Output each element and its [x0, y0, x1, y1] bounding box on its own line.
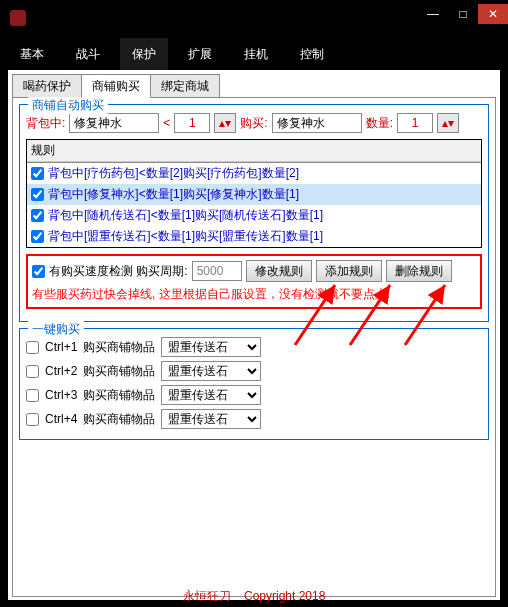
rule-checkbox[interactable]: [31, 188, 44, 201]
rules-list: 背包中[疗伤药包]<数量[2]购买[疗伤药包]数量[2] 背包中[修复神水]<数…: [27, 162, 481, 247]
speed-warning: 有些服买药过快会掉线, 这里根据自己服设置，没有检测就不要点上.: [32, 286, 476, 303]
close-button[interactable]: ✕: [478, 4, 508, 24]
lt-label: <: [163, 116, 170, 130]
tab-extend[interactable]: 扩展: [176, 38, 224, 70]
footer-brand: 永恒狂刀: [183, 589, 231, 603]
hotkey-key: Ctrl+3: [45, 388, 77, 402]
add-rule-button[interactable]: 添加规则: [316, 260, 382, 282]
rule-checkbox[interactable]: [31, 167, 44, 180]
hotkey-key: Ctrl+2: [45, 364, 77, 378]
bag-label: 背包中:: [26, 115, 65, 132]
main-tab-bar: 基本 战斗 保护 扩展 挂机 控制: [0, 38, 508, 70]
tab-control[interactable]: 控制: [288, 38, 336, 70]
lt-value-input[interactable]: [174, 113, 210, 133]
subtab-bound[interactable]: 绑定商城: [150, 74, 220, 98]
rule-text: 背包中[疗伤药包]<数量[2]购买[疗伤药包]数量[2]: [48, 165, 299, 182]
content-panel: 喝药保护 商铺购买 绑定商城 商铺自动购买 背包中: < ▴▾ 购买: 数量: …: [8, 70, 500, 600]
buy-label: 购买:: [240, 115, 267, 132]
tab-hang[interactable]: 挂机: [232, 38, 280, 70]
hotkey-text: 购买商铺物品: [83, 387, 155, 404]
rule-text: 背包中[修复神水]<数量[1]购买[修复神水]数量[1]: [48, 186, 299, 203]
hotkey-legend: 一键购买: [28, 321, 84, 338]
rule-checkbox[interactable]: [31, 209, 44, 222]
speed-check[interactable]: [32, 265, 45, 278]
tab-combat[interactable]: 战斗: [64, 38, 112, 70]
app-icon: [10, 10, 26, 26]
footer-copyright: Copyright 2018: [244, 589, 325, 603]
bag-item-input[interactable]: [69, 113, 159, 133]
speed-box: 有购买速度检测 购买周期: 修改规则 添加规则 删除规则 有些服买药过快会掉线,…: [26, 254, 482, 309]
minimize-button[interactable]: —: [418, 4, 448, 24]
sub-tab-bar: 喝药保护 商铺购买 绑定商城: [12, 74, 496, 98]
autobuy-legend: 商铺自动购买: [28, 97, 108, 114]
tab-panel: 商铺自动购买 背包中: < ▴▾ 购买: 数量: ▴▾ 规则 背包中[疗伤药包]…: [12, 97, 496, 597]
period-input[interactable]: [192, 261, 242, 281]
hotkey-text: 购买商铺物品: [83, 339, 155, 356]
footer: 永恒狂刀 Copyright 2018: [0, 588, 508, 605]
rule-text: 背包中[随机传送石]<数量[1]购买[随机传送石]数量[1]: [48, 207, 323, 224]
tab-protect[interactable]: 保护: [120, 38, 168, 70]
maximize-button[interactable]: □: [448, 4, 478, 24]
hotkey-text: 购买商铺物品: [83, 411, 155, 428]
lt-spinner[interactable]: ▴▾: [214, 113, 236, 133]
hotkey-row: Ctrl+3 购买商铺物品 盟重传送石: [26, 385, 482, 405]
rule-row[interactable]: 背包中[修复神水]<数量[1]购买[修复神水]数量[1]: [27, 184, 481, 205]
hotkey-key: Ctrl+1: [45, 340, 77, 354]
hotkey-item-select[interactable]: 盟重传送石: [161, 409, 261, 429]
edit-rule-button[interactable]: 修改规则: [246, 260, 312, 282]
rule-row[interactable]: 背包中[随机传送石]<数量[1]购买[随机传送石]数量[1]: [27, 205, 481, 226]
hotkey-checkbox[interactable]: [26, 341, 39, 354]
hotkey-fieldset: 一键购买 Ctrl+1 购买商铺物品 盟重传送石 Ctrl+2 购买商铺物品 盟…: [19, 328, 489, 440]
autobuy-fieldset: 商铺自动购买 背包中: < ▴▾ 购买: 数量: ▴▾ 规则 背包中[疗伤药包]…: [19, 104, 489, 322]
speed-label: 有购买速度检测 购买周期:: [49, 263, 188, 280]
tab-basic[interactable]: 基本: [8, 38, 56, 70]
rule-checkbox[interactable]: [31, 230, 44, 243]
rules-header: 规则: [27, 140, 481, 162]
titlebar: — □ ✕: [0, 0, 508, 28]
qty-label: 数量:: [366, 115, 393, 132]
hotkey-row: Ctrl+1 购买商铺物品 盟重传送石: [26, 337, 482, 357]
qty-value-input[interactable]: [397, 113, 433, 133]
rules-box: 规则 背包中[疗伤药包]<数量[2]购买[疗伤药包]数量[2] 背包中[修复神水…: [26, 139, 482, 248]
hotkey-key: Ctrl+4: [45, 412, 77, 426]
hotkey-item-select[interactable]: 盟重传送石: [161, 385, 261, 405]
rule-row[interactable]: 背包中[盟重传送石]<数量[1]购买[盟重传送石]数量[1]: [27, 226, 481, 247]
hotkey-item-select[interactable]: 盟重传送石: [161, 337, 261, 357]
rule-text: 背包中[盟重传送石]<数量[1]购买[盟重传送石]数量[1]: [48, 228, 323, 245]
subtab-shop[interactable]: 商铺购买: [81, 74, 151, 98]
hotkey-row: Ctrl+2 购买商铺物品 盟重传送石: [26, 361, 482, 381]
hotkey-checkbox[interactable]: [26, 389, 39, 402]
hotkey-row: Ctrl+4 购买商铺物品 盟重传送石: [26, 409, 482, 429]
qty-spinner[interactable]: ▴▾: [437, 113, 459, 133]
rule-row[interactable]: 背包中[疗伤药包]<数量[2]购买[疗伤药包]数量[2]: [27, 163, 481, 184]
hotkey-checkbox[interactable]: [26, 365, 39, 378]
subtab-potion[interactable]: 喝药保护: [12, 74, 82, 98]
hotkey-text: 购买商铺物品: [83, 363, 155, 380]
buy-item-input[interactable]: [272, 113, 362, 133]
delete-rule-button[interactable]: 删除规则: [386, 260, 452, 282]
hotkey-checkbox[interactable]: [26, 413, 39, 426]
hotkey-item-select[interactable]: 盟重传送石: [161, 361, 261, 381]
